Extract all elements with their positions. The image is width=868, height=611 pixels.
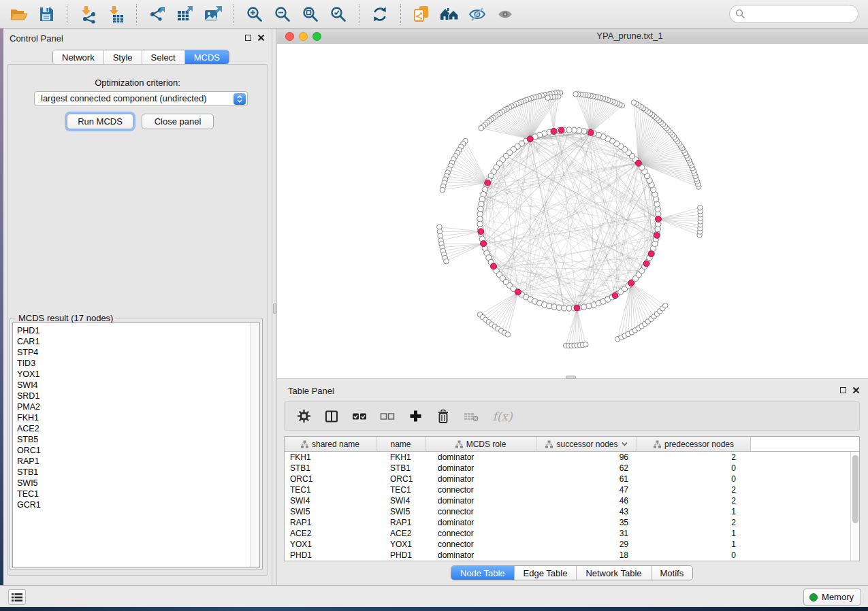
cell-mcds_role: dominator (425, 474, 536, 484)
float-panel-icon[interactable] (840, 387, 846, 393)
delete-table-button[interactable] (463, 408, 479, 425)
table-row[interactable]: SWI4SWI4dominator462 (285, 495, 859, 506)
mcds-result-item[interactable]: SRD1 (17, 391, 247, 401)
table-row[interactable]: FKH1FKH1dominator962 (285, 452, 859, 463)
cell-successor_nodes: 18 (536, 550, 637, 561)
table-row[interactable]: TEC1TEC1connector472 (285, 484, 859, 495)
column-header-label: successor nodes (556, 440, 617, 449)
mcds-result-item[interactable]: TEC1 (17, 489, 247, 499)
table-row[interactable]: STB1STB1dominator620 (285, 463, 859, 474)
mcds-result-item[interactable]: PMA2 (17, 401, 247, 412)
tab-network[interactable]: Network (53, 50, 103, 64)
export-image-button[interactable] (202, 3, 225, 26)
mcds-result-item[interactable]: STP4 (17, 347, 247, 358)
show-all-button[interactable] (494, 3, 517, 26)
table-row[interactable]: PHD1PHD1dominator180 (285, 550, 859, 561)
cell-mcds_role: dominator (425, 550, 536, 561)
vertical-split-divider[interactable] (272, 29, 277, 585)
mcds-result-item[interactable]: FKH1 (17, 412, 247, 423)
mcds-result-item[interactable]: SWI4 (17, 380, 247, 391)
tab-network-table[interactable]: Network Table (576, 566, 650, 580)
mcds-result-group-title: MCDS result (17 nodes) (16, 313, 116, 323)
column-header-successor-nodes[interactable]: successor nodes (536, 437, 637, 451)
column-header-MCDS-role[interactable]: MCDS role (425, 437, 536, 451)
mcds-result-item[interactable]: STB5 (17, 434, 247, 445)
horizontal-divider-grip[interactable] (566, 376, 576, 379)
zoom-in-icon (246, 5, 263, 23)
mcds-result-item[interactable]: SWI5 (17, 478, 247, 489)
tab-motifs[interactable]: Motifs (651, 566, 693, 580)
open-file-button[interactable] (7, 3, 30, 26)
plus-icon (409, 410, 422, 423)
tab-mcds[interactable]: MCDS (184, 50, 229, 64)
task-history-button[interactable] (8, 589, 26, 605)
mcds-list-scrollbar[interactable] (250, 323, 259, 567)
run-mcds-button[interactable]: Run MCDS (67, 114, 133, 129)
save-session-button[interactable] (35, 3, 58, 26)
table-settings-button[interactable] (295, 408, 312, 425)
delete-table-icon (464, 411, 479, 422)
table-scrollbar[interactable] (850, 452, 859, 561)
clone-network-button[interactable] (410, 3, 433, 26)
table-row[interactable]: ACE2ACE2connector311 (285, 528, 859, 539)
cell-successor_nodes: 43 (536, 506, 637, 517)
close-panel-icon[interactable] (257, 34, 265, 42)
zoom-out-icon (274, 5, 291, 23)
hide-selected-button[interactable] (466, 3, 489, 26)
mcds-result-item[interactable]: RAP1 (17, 456, 247, 467)
network-canvas[interactable] (277, 44, 868, 378)
tab-node-table[interactable]: Node Table (451, 566, 514, 580)
cell-successor_nodes: 31 (536, 528, 637, 539)
import-table-button[interactable] (104, 3, 127, 26)
criterion-dropdown[interactable]: largest connected component (undirected) (34, 91, 248, 106)
desktop-wallpaper-strip (0, 607, 868, 611)
cell-successor_nodes: 61 (536, 474, 637, 484)
cell-name: PHD1 (376, 550, 425, 561)
mcds-result-item[interactable]: YOX1 (17, 369, 247, 380)
column-header-shared-name[interactable]: shared name (285, 437, 376, 451)
mcds-result-item[interactable]: GCR1 (17, 499, 247, 510)
import-network-button[interactable] (76, 3, 99, 26)
network-window-titlebar[interactable]: YPA_prune.txt_1 (277, 29, 868, 44)
close-panel-icon[interactable] (852, 386, 860, 394)
zoom-out-button[interactable] (271, 3, 294, 26)
tab-select[interactable]: Select (142, 50, 184, 64)
function-builder-button[interactable]: f(x) (491, 408, 514, 425)
zoom-fit-button[interactable] (299, 3, 322, 26)
deselect-all-columns-button[interactable] (379, 408, 396, 425)
close-panel-button[interactable]: Close panel (142, 114, 214, 129)
export-table-button[interactable] (174, 3, 197, 26)
table-scrollbar-thumb[interactable] (852, 455, 858, 523)
column-header-name[interactable]: name (376, 437, 425, 451)
tab-edge-table[interactable]: Edge Table (514, 566, 577, 580)
mcds-result-item[interactable]: ACE2 (17, 423, 247, 434)
cell-mcds_role: connector (425, 484, 536, 495)
refresh-view-button[interactable] (368, 3, 391, 26)
divider-grip[interactable] (273, 303, 276, 314)
mcds-result-item[interactable]: ORC1 (17, 445, 247, 456)
create-column-button[interactable] (407, 408, 423, 425)
tab-style[interactable]: Style (103, 50, 142, 64)
table-row[interactable]: ORC1ORC1dominator610 (285, 474, 859, 484)
search-input[interactable] (729, 5, 858, 23)
select-all-columns-button[interactable] (351, 408, 368, 425)
first-neighbors-button[interactable] (438, 3, 461, 26)
table-row[interactable]: SWI5SWI5connector431 (285, 506, 859, 517)
delete-column-button[interactable] (435, 408, 451, 425)
memory-button[interactable]: Memory (803, 589, 861, 606)
table-row[interactable]: YOX1YOX1connector291 (285, 539, 859, 550)
mcds-result-item[interactable]: PHD1 (17, 325, 247, 336)
zoom-selected-button[interactable] (327, 3, 350, 26)
show-columns-button[interactable] (323, 408, 340, 425)
mcds-result-item[interactable]: CAR1 (17, 336, 247, 347)
float-panel-icon[interactable] (245, 35, 251, 41)
mcds-result-item[interactable]: STB1 (17, 467, 247, 478)
table-row[interactable]: RAP1RAP1dominator352 (285, 517, 859, 528)
zoom-in-button[interactable] (243, 3, 266, 26)
sort-descending-icon (622, 442, 628, 446)
memory-status-icon (809, 593, 818, 601)
export-network-button[interactable] (146, 3, 169, 26)
export-image-icon (203, 5, 223, 24)
column-header-predecessor-nodes[interactable]: predecessor nodes (637, 437, 751, 451)
mcds-result-item[interactable]: TID3 (17, 358, 247, 369)
